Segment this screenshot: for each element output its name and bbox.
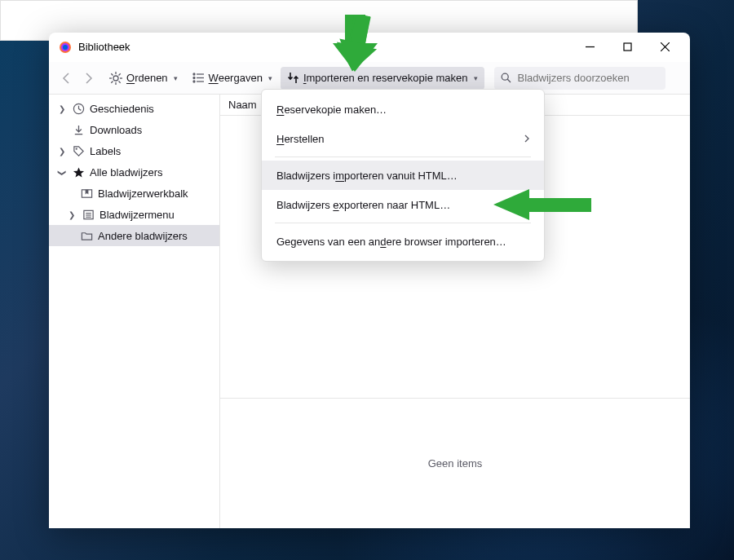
expand-icon[interactable]: ❯ [57, 104, 67, 113]
gear-icon [109, 72, 122, 85]
sidebar-item-bookmarks-menu[interactable]: ❯ Bladwijzermenu [49, 204, 219, 225]
sidebar-label: Labels [90, 145, 121, 157]
sidebar-label: Alle bladwijzers [90, 166, 163, 179]
chevron-down-icon: ▾ [174, 74, 178, 82]
sidebar-label: Bladwijzerwerkbalk [98, 187, 188, 200]
folder-icon [80, 229, 93, 242]
tag-icon [72, 144, 85, 157]
menu-import-html[interactable]: Bladwijzers importeren vanuit HTML… [262, 161, 544, 190]
sidebar-item-all-bookmarks[interactable]: ❯ Alle bladwijzers [49, 161, 219, 183]
svg-point-24 [193, 81, 195, 82]
svg-point-26 [502, 73, 508, 80]
svg-point-11 [113, 76, 118, 81]
svg-line-18 [119, 73, 121, 75]
window-maximize[interactable] [608, 33, 646, 62]
menu-export-html[interactable]: Bladwijzers exporteren naar HTML… [262, 190, 544, 219]
sidebar: ❯ Geschiedenis Downloads ❯ Labels [49, 95, 220, 528]
expand-icon[interactable]: ❯ [67, 210, 77, 219]
window-close[interactable] [646, 33, 683, 62]
detail-pane: Geen items [220, 398, 690, 528]
sidebar-item-bookmarks-toolbar[interactable]: Bladwijzerwerkbalk [49, 183, 219, 204]
search-box[interactable] [494, 67, 665, 90]
views-button[interactable]: Weergaven ▾ [186, 67, 279, 90]
svg-point-20 [193, 73, 195, 75]
window-title: Bibliotheek [78, 41, 130, 53]
sidebar-item-downloads[interactable]: Downloads [49, 119, 219, 140]
sidebar-label: Geschiedenis [90, 103, 154, 115]
views-label: Weergaven [209, 72, 263, 84]
svg-point-22 [193, 77, 195, 79]
svg-rect-8 [624, 43, 631, 51]
import-backup-menu: Reservekopie maken… Herstellen Bladwijze… [261, 89, 545, 262]
menu-restore[interactable]: Herstellen [262, 124, 544, 153]
download-icon [72, 123, 85, 136]
organize-button[interactable]: Ordenen ▾ [103, 67, 184, 90]
import-backup-button[interactable]: Importeren en reservekopie maken ▾ [281, 67, 484, 90]
library-window: Bibliotheek Ordenen ▾ [49, 33, 690, 528]
sidebar-item-labels[interactable]: ❯ Labels [49, 140, 219, 161]
window-minimize[interactable] [571, 33, 608, 62]
titlebar: Bibliotheek [49, 33, 690, 62]
sidebar-label: Andere bladwijzers [98, 230, 188, 242]
nav-forward[interactable] [78, 67, 98, 90]
svg-line-19 [111, 81, 113, 82]
expand-icon[interactable]: ❯ [57, 147, 67, 156]
sidebar-label: Bladwijzermenu [99, 209, 175, 221]
chevron-right-icon [523, 133, 531, 145]
import-backup-label: Importeren en reservekopie maken [303, 72, 468, 84]
toolbar: Ordenen ▾ Weergaven ▾ Importeren en rese… [49, 62, 690, 95]
sidebar-label: Downloads [90, 124, 142, 136]
svg-point-32 [75, 148, 77, 149]
import-export-icon [287, 72, 299, 84]
svg-line-27 [507, 79, 511, 82]
menu-import-browser[interactable]: Gegevens van een andere browser importer… [262, 227, 544, 256]
empty-state-text: Geen items [428, 457, 482, 470]
svg-point-6 [63, 45, 68, 50]
nav-back[interactable] [57, 67, 77, 90]
star-icon [72, 165, 85, 179]
sidebar-item-history[interactable]: ❯ Geschiedenis [49, 98, 219, 119]
chevron-down-icon: ▾ [268, 74, 272, 82]
search-icon [501, 73, 511, 83]
clock-icon [72, 102, 85, 115]
bookmarks-toolbar-icon [80, 187, 93, 200]
chevron-down-icon: ▾ [474, 74, 478, 82]
menu-separator [275, 157, 531, 157]
collapse-icon[interactable]: ❯ [58, 167, 67, 177]
menu-backup[interactable]: Reservekopie maken… [262, 95, 544, 124]
firefox-icon [59, 41, 72, 54]
organize-label: Ordenen [126, 72, 168, 84]
sidebar-item-other-bookmarks[interactable]: Andere bladwijzers [49, 225, 219, 246]
bookmarks-menu-icon [82, 208, 95, 221]
svg-line-17 [119, 81, 121, 82]
svg-line-16 [111, 73, 113, 75]
menu-separator [275, 223, 531, 223]
search-input[interactable] [516, 71, 659, 85]
list-icon [192, 72, 205, 84]
